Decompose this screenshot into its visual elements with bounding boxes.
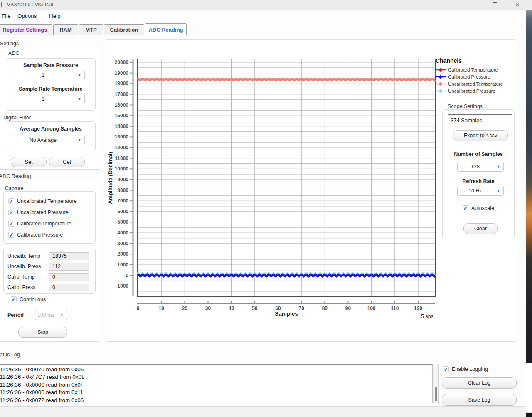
capture-group-label: Capture <box>5 185 23 191</box>
svg-text:40: 40 <box>229 306 234 311</box>
svg-text:6000: 6000 <box>117 209 128 215</box>
window-bottom-edge <box>0 406 532 417</box>
svg-text:80: 80 <box>322 306 328 311</box>
checkmark-icon: ✓ <box>8 198 14 204</box>
save-log-button[interactable]: Save Log <box>442 394 517 406</box>
get-button[interactable]: Get <box>49 157 85 167</box>
export-csv-button[interactable]: Export to *.csv <box>453 130 508 141</box>
menu-options[interactable]: Options <box>17 13 37 19</box>
number-of-samples-value: 128 <box>458 162 493 171</box>
checkmark-icon: ✓ <box>463 205 468 211</box>
svg-text:90: 90 <box>345 306 351 311</box>
legend-label: Calibrated Pressure <box>448 74 490 79</box>
clear-button[interactable]: Clear <box>463 223 498 234</box>
sample-rate-pressure-combo[interactable]: 1 ▼ <box>12 70 85 80</box>
enable-logging-checkbox[interactable]: ✓ Enable Logging <box>443 366 488 372</box>
svg-text:12000: 12000 <box>115 145 129 151</box>
chevron-down-icon[interactable]: ▼ <box>493 162 503 171</box>
svg-text:16000: 16000 <box>115 102 129 108</box>
reading-value-field: 112 <box>49 263 89 271</box>
title-bar: MAX40109 EVKit GUI — ✕ <box>0 0 532 10</box>
continuous-label: Continuous <box>20 296 46 302</box>
window-title: MAX40109 EVKit GUI <box>7 2 54 7</box>
chevron-down-icon[interactable]: ▼ <box>74 94 84 104</box>
minimize-icon[interactable]: — <box>466 0 482 10</box>
log-line: 11:26:36 - 0x47C7 read from 0x08 <box>0 373 432 381</box>
number-of-samples-combo[interactable]: 128 ▼ <box>457 162 504 172</box>
app-window: MAX40109 EVKit GUI — ✕ File Options Help… <box>0 0 532 417</box>
legend-item: Uncalibrated Pressure <box>436 87 523 94</box>
svg-text:11000: 11000 <box>115 155 128 161</box>
number-of-samples-label: Number of Samples <box>442 151 515 157</box>
capture-checkbox[interactable]: ✓Uncalibrated Temperature <box>8 198 77 204</box>
svg-text:0: 0 <box>137 306 140 311</box>
svg-text:9000: 9000 <box>117 177 128 183</box>
average-among-samples-combo[interactable]: No Avarage ▼ <box>12 135 85 145</box>
svg-text:10: 10 <box>158 306 164 311</box>
desktop-wallpaper-sliver <box>526 10 532 417</box>
reading-row: Uncalib. Temp18375 <box>7 252 91 261</box>
stop-button[interactable]: Stop <box>18 327 67 338</box>
period-label: Period <box>7 312 24 318</box>
reading-value-field: 0 <box>49 273 89 281</box>
svg-text:10000: 10000 <box>115 166 129 172</box>
svg-text:100: 100 <box>367 306 376 311</box>
legend-marker-icon <box>436 75 446 79</box>
status-log-box[interactable]: 11:26:36 - 0x0070 read from 0x0611:26:36… <box>0 364 433 403</box>
capture-checkbox-label: Uncalibrated Temperature <box>17 198 77 204</box>
reading-row: Calib. Temp0 <box>7 272 91 281</box>
enable-logging-label: Enable Logging <box>452 366 488 372</box>
svg-text:20000: 20000 <box>115 59 129 65</box>
svg-text:19000: 19000 <box>115 70 129 76</box>
chevron-down-icon[interactable]: ▼ <box>74 70 84 80</box>
settings-group-label: Settings <box>0 41 19 47</box>
sample-count-field[interactable]: 374 Samples <box>448 114 512 126</box>
tab-adc-reading[interactable]: ADC Reading <box>145 23 187 35</box>
period-combo: 100 ms ▼ <box>35 310 67 320</box>
close-icon[interactable]: ✕ <box>509 0 526 10</box>
svg-text:17000: 17000 <box>115 91 129 97</box>
capture-checkbox[interactable]: ✓Calibrated Temperature <box>8 221 71 227</box>
chevron-down-icon: ▼ <box>57 310 67 320</box>
tab-register-settings[interactable]: Register Settings <box>0 24 52 35</box>
menu-file[interactable]: File <box>2 13 11 19</box>
svg-text:110: 110 <box>391 306 399 311</box>
svg-text:120: 120 <box>414 306 422 311</box>
set-button[interactable]: Set <box>11 157 47 167</box>
svg-text:30: 30 <box>205 306 211 311</box>
continuous-checkbox[interactable]: ✓ Continuous <box>11 296 46 302</box>
refresh-rate-value: 10 Hz <box>458 186 493 195</box>
reading-row: Calib. Press0 <box>7 283 91 292</box>
restore-icon[interactable] <box>486 0 503 10</box>
tab-mtp[interactable]: MTP <box>79 24 103 35</box>
tab-ram[interactable]: RAM <box>53 24 78 35</box>
svg-text:Samples: Samples <box>275 311 298 317</box>
sample-rate-temperature-combo[interactable]: 1 ▼ <box>12 94 85 104</box>
channels-legend-title: Channels <box>436 57 523 64</box>
chevron-down-icon[interactable]: ▼ <box>74 135 84 145</box>
menu-help[interactable]: Help <box>49 13 61 19</box>
reading-label: Uncalib. Temp <box>7 253 49 259</box>
log-scrollbar[interactable] <box>433 364 439 403</box>
channels-legend: Channels Calibrated TemperatureCalibrate… <box>436 57 523 94</box>
log-line: 11:26:36 - 0x0070 read from 0x06 <box>0 366 432 373</box>
checkmark-icon: ✓ <box>8 210 14 215</box>
refresh-rate-label: Refresh Rate <box>442 178 515 184</box>
scope-settings-label: Scope Settings <box>448 104 483 109</box>
svg-text:18000: 18000 <box>115 81 129 86</box>
clear-log-button[interactable]: Clear Log <box>442 377 517 389</box>
scope-settings-group-box <box>442 109 515 239</box>
refresh-rate-combo[interactable]: 10 Hz ▼ <box>457 186 504 196</box>
tab-calibration[interactable]: Calibration <box>104 24 144 35</box>
svg-text:5000: 5000 <box>117 219 128 225</box>
chevron-down-icon[interactable]: ▼ <box>493 186 503 195</box>
capture-checkbox[interactable]: ✓Uncalibrated Pressure <box>8 210 69 215</box>
capture-checkbox[interactable]: ✓Calibrated Pressure <box>8 232 63 238</box>
log-line: 11:26:36 - 0x0000 read from 0x0F <box>0 381 432 389</box>
menu-bar: File Options Help <box>0 10 532 23</box>
sample-rate-temperature-value: 1 <box>12 94 74 104</box>
svg-text:50: 50 <box>252 306 258 311</box>
log-scrollbar-thumb[interactable] <box>435 387 437 401</box>
svg-text:2000: 2000 <box>117 251 128 257</box>
autoscale-checkbox[interactable]: ✓ Autoscale <box>463 205 494 211</box>
